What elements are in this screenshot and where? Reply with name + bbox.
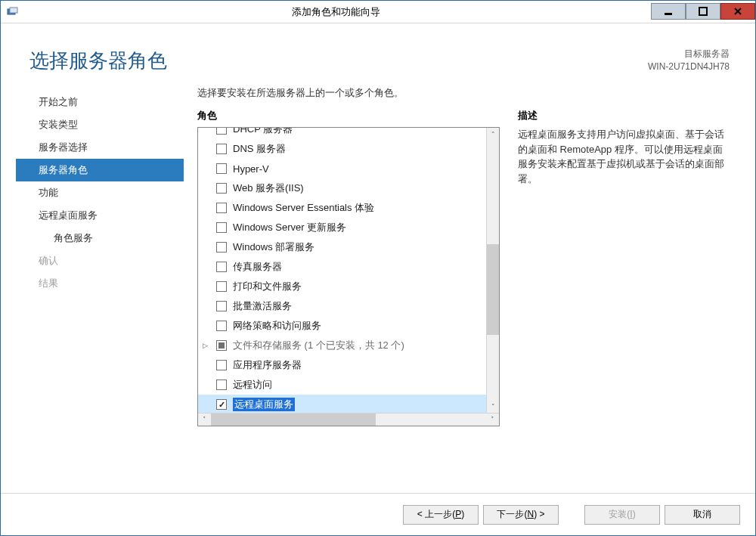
role-row-13[interactable]: 远程访问: [198, 375, 486, 395]
content-area: 选择服务器角色 目标服务器 WIN-2U71DN4JH78 开始之前安装类型服务…: [1, 23, 755, 535]
role-label: Windows 部署服务: [233, 240, 314, 254]
role-label: Windows Server 更新服务: [233, 221, 346, 234]
window-controls: [651, 4, 755, 20]
roles-column: 角色 DHCP 服务器DNS 服务器Hyper-VWeb 服务器(IIS)Win…: [197, 109, 500, 493]
role-row-1[interactable]: DNS 服务器: [198, 139, 486, 159]
role-label: Web 服务器(IIS): [233, 181, 304, 195]
cancel-button[interactable]: 取消: [665, 505, 740, 525]
wizard-window: 添加角色和功能向导 选择服务器角色 目标服务器 WIN-2U71DN4JH78 …: [0, 0, 756, 536]
instruction-text: 选择要安装在所选服务器上的一个或多个角色。: [197, 86, 740, 100]
role-label: 网络策略和访问服务: [233, 319, 321, 333]
role-checkbox[interactable]: [216, 222, 227, 233]
role-label: Hyper-V: [233, 163, 269, 175]
svg-rect-3: [699, 8, 707, 15]
role-label: 应用程序服务器: [233, 358, 302, 372]
role-label: 打印和文件服务: [233, 280, 302, 293]
description-text: 远程桌面服务支持用户访问虚拟桌面、基于会话的桌面和 RemoteApp 程序。可…: [518, 127, 740, 186]
role-checkbox[interactable]: [216, 163, 227, 174]
minimize-button[interactable]: [651, 3, 686, 20]
body-row: 开始之前安装类型服务器选择服务器角色功能远程桌面服务角色服务确认结果 选择要安装…: [1, 79, 755, 493]
role-row-11[interactable]: 文件和存储服务 (1 个已安装，共 12 个): [198, 336, 486, 355]
app-icon: [5, 5, 20, 20]
roles-listbox: DHCP 服务器DNS 服务器Hyper-VWeb 服务器(IIS)Window…: [197, 127, 500, 426]
sidebar-item-8: 结果: [16, 272, 184, 295]
scroll-thumb[interactable]: [487, 244, 499, 335]
scroll-up-button[interactable]: ˄: [487, 128, 499, 141]
role-checkbox[interactable]: [216, 242, 227, 253]
target-label: 目标服务器: [648, 48, 730, 60]
hscroll-track[interactable]: [211, 414, 486, 426]
wizard-steps-sidebar: 开始之前安装类型服务器选择服务器角色功能远程桌面服务角色服务确认结果: [16, 86, 184, 493]
footer-buttons: < 上一步(P) 下一步(N) > 安装(I) 取消: [1, 493, 755, 535]
role-label: DNS 服务器: [233, 142, 286, 156]
svg-rect-1: [10, 8, 17, 13]
svg-rect-2: [665, 13, 672, 15]
next-button[interactable]: 下一步(N) >: [483, 505, 559, 525]
role-checkbox[interactable]: [216, 399, 227, 410]
role-row-9[interactable]: 批量激活服务: [198, 296, 486, 316]
target-value: WIN-2U71DN4JH78: [648, 60, 730, 73]
main-panel: 选择要安装在所选服务器上的一个或多个角色。 角色 DHCP 服务器DNS 服务器…: [184, 86, 740, 493]
role-checkbox[interactable]: [216, 321, 227, 331]
scroll-right-button[interactable]: ˃: [486, 414, 499, 426]
hscroll-thumb[interactable]: [211, 414, 376, 426]
sidebar-item-7: 确认: [16, 249, 184, 272]
sidebar-item-1[interactable]: 安装类型: [16, 113, 184, 136]
window-title: 添加角色和功能向导: [20, 5, 651, 19]
maximize-button[interactable]: [686, 3, 720, 20]
sidebar-item-6[interactable]: 角色服务: [16, 227, 184, 249]
role-row-2[interactable]: Hyper-V: [198, 159, 486, 178]
sidebar-item-0[interactable]: 开始之前: [16, 91, 184, 113]
role-checkbox[interactable]: [216, 380, 227, 390]
role-label: 远程访问: [233, 378, 272, 392]
vertical-scrollbar[interactable]: ˄ ˅: [486, 128, 499, 413]
role-checkbox[interactable]: [216, 183, 227, 194]
role-checkbox[interactable]: [216, 262, 227, 272]
sidebar-item-5[interactable]: 远程桌面服务: [16, 204, 184, 227]
role-row-10[interactable]: 网络策略和访问服务: [198, 316, 486, 336]
description-column: 描述 远程桌面服务支持用户访问虚拟桌面、基于会话的桌面和 RemoteApp 程…: [518, 109, 740, 493]
role-label: Windows Server Essentials 体验: [233, 201, 374, 215]
role-row-6[interactable]: Windows 部署服务: [198, 237, 486, 257]
role-row-12[interactable]: 应用程序服务器: [198, 355, 486, 375]
role-label: 文件和存储服务 (1 个已安装，共 12 个): [233, 339, 404, 352]
role-checkbox[interactable]: [216, 144, 227, 154]
role-checkbox[interactable]: [216, 301, 227, 311]
role-label: 远程桌面服务: [233, 398, 295, 411]
role-checkbox[interactable]: [216, 360, 227, 370]
sidebar-item-2[interactable]: 服务器选择: [16, 136, 184, 159]
role-label: 批量激活服务: [233, 299, 292, 313]
role-checkbox[interactable]: [216, 128, 227, 135]
close-button[interactable]: [720, 3, 755, 20]
roles-list-viewport: DHCP 服务器DNS 服务器Hyper-VWeb 服务器(IIS)Window…: [198, 128, 499, 413]
scroll-left-button[interactable]: ˂: [198, 414, 211, 426]
role-checkbox[interactable]: [216, 281, 227, 292]
role-row-8[interactable]: 打印和文件服务: [198, 277, 486, 296]
roles-header: 角色: [197, 109, 500, 122]
role-checkbox[interactable]: [216, 340, 227, 351]
role-label: 传真服务器: [233, 260, 282, 274]
columns: 角色 DHCP 服务器DNS 服务器Hyper-VWeb 服务器(IIS)Win…: [197, 109, 740, 493]
role-row-5[interactable]: Windows Server 更新服务: [198, 218, 486, 237]
install-button[interactable]: 安装(I): [584, 505, 660, 525]
sidebar-item-3[interactable]: 服务器角色: [16, 159, 184, 181]
header-row: 选择服务器角色 目标服务器 WIN-2U71DN4JH78: [1, 23, 755, 79]
sidebar-item-4[interactable]: 功能: [16, 181, 184, 204]
role-row-4[interactable]: Windows Server Essentials 体验: [198, 198, 486, 218]
scroll-track[interactable]: [487, 141, 499, 400]
role-checkbox[interactable]: [216, 203, 227, 213]
scroll-down-button[interactable]: ˅: [487, 400, 499, 413]
roles-list[interactable]: DHCP 服务器DNS 服务器Hyper-VWeb 服务器(IIS)Window…: [198, 128, 486, 413]
role-row-0[interactable]: DHCP 服务器: [198, 128, 486, 139]
role-row-3[interactable]: Web 服务器(IIS): [198, 178, 486, 198]
titlebar[interactable]: 添加角色和功能向导: [1, 1, 755, 23]
target-server-info: 目标服务器 WIN-2U71DN4JH78: [648, 48, 730, 73]
horizontal-scrollbar[interactable]: ˂ ˃: [198, 413, 499, 426]
description-header: 描述: [518, 109, 740, 122]
role-label: DHCP 服务器: [233, 128, 293, 136]
role-row-14[interactable]: 远程桌面服务: [198, 395, 486, 413]
role-row-7[interactable]: 传真服务器: [198, 257, 486, 277]
page-title: 选择服务器角色: [29, 48, 648, 74]
previous-button[interactable]: < 上一步(P): [403, 505, 479, 525]
